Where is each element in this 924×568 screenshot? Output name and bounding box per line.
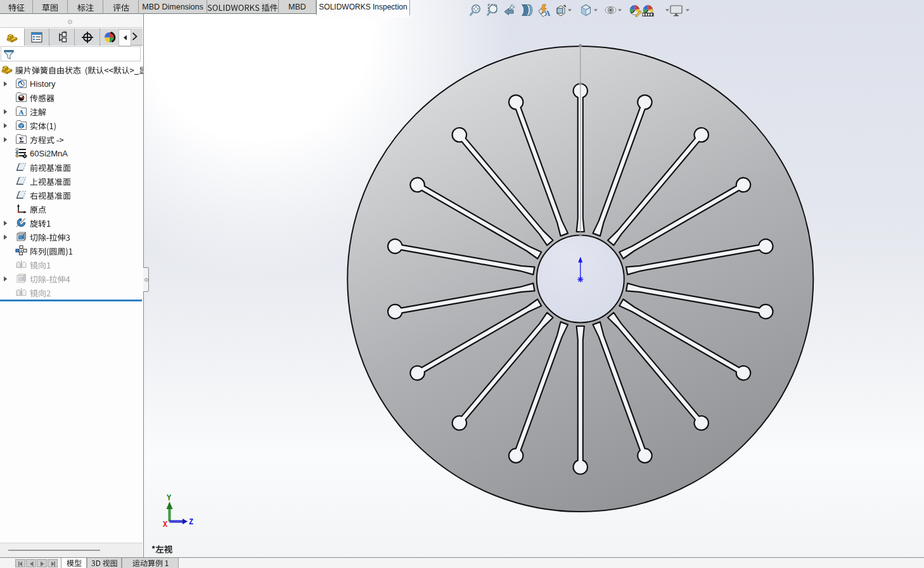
svg-text:Z: Z (189, 518, 193, 527)
svg-text:Σ: Σ (19, 136, 24, 144)
svg-text:Y: Y (167, 494, 172, 503)
svg-text:A: A (19, 108, 24, 116)
svg-text:X: X (163, 521, 168, 529)
svg-text:A: A (545, 9, 551, 18)
